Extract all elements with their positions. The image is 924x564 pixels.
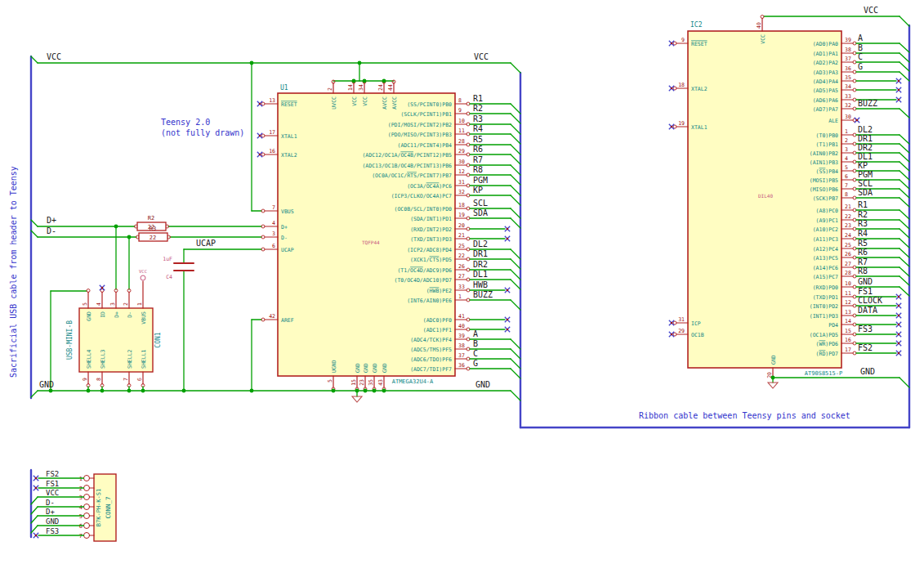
net-label-VCC[interactable]: VCC bbox=[474, 52, 489, 61]
net-label-B[interactable]: B bbox=[473, 339, 478, 348]
ref-con1[interactable]: CON1 bbox=[154, 332, 162, 347]
wire[interactable] bbox=[899, 220, 909, 229]
note-ribbon-cable[interactable]: Ribbon cable between Teensy pins and soc… bbox=[639, 410, 850, 421]
net-label-DL2[interactable]: DL2 bbox=[473, 239, 488, 248]
net-label-BUZZ[interactable]: BUZZ bbox=[858, 99, 877, 108]
wire[interactable] bbox=[511, 391, 520, 401]
net-label-VCC[interactable]: VCC bbox=[46, 489, 59, 497]
wire[interactable] bbox=[899, 144, 909, 153]
net-label-R6[interactable]: R6 bbox=[858, 248, 868, 257]
net-label-SCL[interactable]: SCL bbox=[858, 179, 873, 188]
wire[interactable] bbox=[899, 72, 909, 81]
net-label-R2[interactable]: R2 bbox=[858, 210, 868, 219]
value-conn7[interactable]: B7K-PH-K-S1 bbox=[96, 489, 102, 526]
net-label-DL1[interactable]: DL1 bbox=[473, 270, 488, 279]
net-label-R4[interactable]: R4 bbox=[858, 229, 868, 238]
net-label-DR1[interactable]: DR1 bbox=[858, 134, 873, 143]
net-label-FS3[interactable]: FS3 bbox=[46, 527, 59, 535]
net-label-R4[interactable]: R4 bbox=[473, 124, 483, 133]
wire[interactable] bbox=[899, 189, 909, 198]
wire[interactable] bbox=[511, 280, 520, 289]
wire[interactable] bbox=[511, 369, 520, 378]
net-label-KP[interactable]: KP bbox=[473, 186, 483, 195]
wire[interactable] bbox=[899, 135, 909, 144]
net-label-KP[interactable]: KP bbox=[858, 161, 868, 170]
ref-u1[interactable]: U1 bbox=[280, 84, 288, 92]
wire[interactable] bbox=[899, 276, 909, 285]
wire[interactable] bbox=[899, 53, 909, 62]
ref-conn7[interactable]: CONN_7 bbox=[105, 496, 112, 518]
net-label-VCC[interactable]: VCC bbox=[864, 6, 878, 15]
wire[interactable] bbox=[511, 259, 520, 269]
net-label-SDA[interactable]: SDA bbox=[858, 188, 873, 197]
net-label-HWB[interactable]: HWB bbox=[473, 280, 488, 289]
net-label-FS3[interactable]: FS3 bbox=[858, 325, 873, 333]
net-label-R7[interactable]: R7 bbox=[858, 257, 868, 266]
wire[interactable] bbox=[511, 300, 520, 310]
wire[interactable] bbox=[511, 134, 520, 144]
net-label-DR1[interactable]: DR1 bbox=[473, 249, 488, 258]
net-label-DR2[interactable]: DR2 bbox=[858, 143, 873, 152]
net-label-FS2[interactable]: FS2 bbox=[46, 470, 59, 478]
wire[interactable] bbox=[511, 114, 520, 123]
ref-c4[interactable]: C4 bbox=[166, 274, 172, 280]
net-label-DL2[interactable]: DL2 bbox=[858, 125, 873, 134]
net-label-B[interactable]: B bbox=[858, 43, 863, 52]
wire[interactable] bbox=[899, 153, 909, 162]
net-label-FS1[interactable]: FS1 bbox=[46, 480, 59, 488]
net-label-SDA[interactable]: SDA bbox=[473, 208, 488, 217]
wire[interactable] bbox=[511, 249, 520, 259]
net-label-C[interactable]: C bbox=[473, 349, 478, 358]
wire[interactable] bbox=[899, 43, 909, 52]
net-label-R8[interactable]: R8 bbox=[858, 266, 868, 275]
net-label-SCL[interactable]: SCL bbox=[473, 199, 488, 208]
net-label-PGM[interactable]: PGM bbox=[473, 176, 488, 185]
value-c4[interactable]: 1uF bbox=[163, 256, 172, 262]
net-label-A[interactable]: A bbox=[473, 329, 478, 338]
wire[interactable] bbox=[899, 257, 909, 266]
net-label-FS1[interactable]: FS1 bbox=[858, 287, 873, 296]
wire[interactable] bbox=[899, 210, 909, 219]
net-label-R1[interactable]: R1 bbox=[858, 200, 868, 209]
net-label-R1[interactable]: R1 bbox=[473, 94, 483, 103]
wire[interactable] bbox=[899, 229, 909, 238]
wire[interactable] bbox=[511, 165, 520, 175]
resistor-r3-ref[interactable]: R3 bbox=[150, 226, 156, 232]
resistor-r2-ref[interactable]: R2 bbox=[148, 215, 154, 222]
net-label-GND[interactable]: GND bbox=[858, 277, 873, 286]
wire[interactable] bbox=[511, 218, 520, 228]
footprint-ic2[interactable]: DIL40 bbox=[758, 193, 773, 199]
wire[interactable] bbox=[511, 104, 520, 114]
wire[interactable] bbox=[899, 378, 909, 387]
wire[interactable] bbox=[899, 162, 909, 171]
net-label-GND[interactable]: GND bbox=[39, 380, 54, 389]
net-label-R7[interactable]: R7 bbox=[473, 155, 483, 164]
net-label-G[interactable]: G bbox=[858, 62, 863, 71]
net-label-R2[interactable]: R2 bbox=[473, 104, 483, 113]
net-label-GND[interactable]: GND bbox=[475, 380, 490, 389]
wire[interactable] bbox=[899, 109, 909, 118]
wire[interactable] bbox=[511, 124, 520, 134]
wire[interactable] bbox=[899, 267, 909, 276]
value-con1[interactable]: USB-MINI-B bbox=[66, 320, 74, 360]
note-teensy[interactable]: Teensy 2.0(not fully drawn) bbox=[161, 117, 244, 138]
wire[interactable] bbox=[511, 208, 520, 218]
wire[interactable] bbox=[511, 195, 520, 205]
value-ic2[interactable]: AT90S8515-P bbox=[805, 370, 842, 377]
net-label-DATA[interactable]: DATA bbox=[858, 306, 877, 315]
wire[interactable] bbox=[511, 63, 520, 73]
net-label-VCC[interactable]: VCC bbox=[47, 52, 61, 61]
net-label-C[interactable]: C bbox=[858, 52, 863, 61]
net-label-R5[interactable]: R5 bbox=[858, 239, 868, 248]
net-label-D+[interactable]: D+ bbox=[46, 508, 55, 516]
net-label-R5[interactable]: R5 bbox=[473, 135, 483, 144]
wire[interactable] bbox=[899, 62, 909, 71]
net-label-G[interactable]: G bbox=[473, 359, 478, 368]
net-label-R3[interactable]: R3 bbox=[858, 219, 868, 228]
wire[interactable] bbox=[899, 180, 909, 189]
net-label-CLOCK[interactable]: CLOCK bbox=[858, 296, 882, 305]
footprint-u1[interactable]: TQFP44 bbox=[362, 239, 380, 245]
wire[interactable] bbox=[511, 359, 520, 369]
wire[interactable] bbox=[899, 16, 909, 26]
net-label-GND[interactable]: GND bbox=[46, 517, 59, 526]
